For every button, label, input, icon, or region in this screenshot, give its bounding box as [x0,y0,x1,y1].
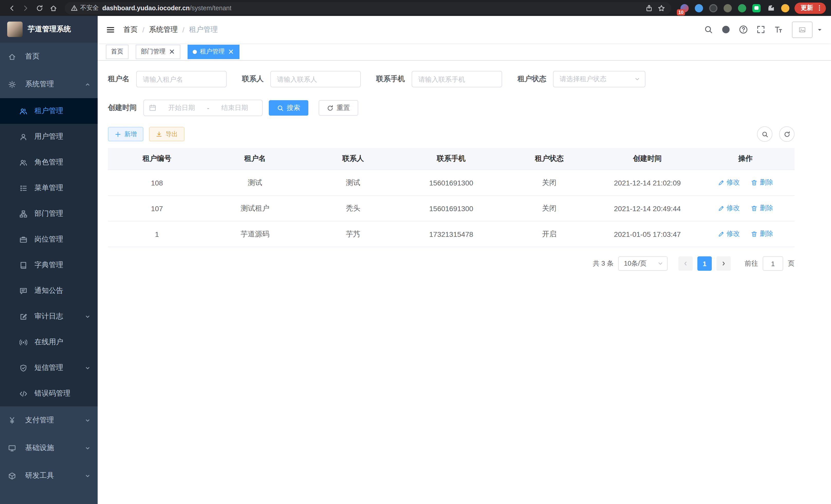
chevron-left-icon [683,261,689,267]
export-button[interactable]: 导出 [149,127,184,141]
prev-page-button[interactable] [678,256,693,271]
extension-icon[interactable] [709,4,717,12]
chevron-down-icon [85,314,90,319]
end-date-placeholder: 结束日期 [212,103,257,113]
close-icon[interactable] [228,48,234,55]
extension-icon[interactable] [724,4,732,12]
delete-button[interactable]: 删除 [751,229,773,239]
page-size-select[interactable]: 10条/页 [618,256,667,271]
chevron-down-icon [634,76,640,82]
users-icon [20,107,27,115]
sidebar-item-online-users[interactable]: 在线用户 [0,329,98,355]
help-icon[interactable] [737,23,750,36]
sidebar-item-home[interactable]: 首页 [0,42,98,70]
avatar[interactable] [792,21,812,38]
edit-button[interactable]: 修改 [718,204,740,213]
sidebar-collapse-icon[interactable] [106,25,115,34]
extension-icon[interactable]: 10 [681,4,689,12]
browser-forward-button[interactable] [19,2,32,14]
browser-home-button[interactable] [47,2,60,14]
extension-icon[interactable] [752,4,761,12]
edit-document-icon [20,313,27,320]
kebab-menu-icon[interactable] [816,5,823,11]
goto-page-input[interactable] [763,256,783,271]
user-icon [20,133,27,141]
font-size-icon[interactable] [771,23,785,36]
extension-icon[interactable] [738,4,746,12]
users-icon [20,158,27,166]
page-number-button[interactable]: 1 [697,256,712,271]
warning-icon [71,5,78,11]
sidebar-item-infrastructure[interactable]: 基础设施 [0,434,98,462]
tab-dept-management[interactable]: 部门管理 [136,45,180,59]
toggle-search-button[interactable] [757,126,772,142]
delete-button[interactable]: 删除 [751,178,773,187]
breadcrumb-item-home[interactable]: 首页 [123,25,138,34]
breadcrumb-item-system-management: 系统管理 [149,25,178,34]
status-text: 关闭 [500,196,598,221]
tab-home[interactable]: 首页 [106,45,128,59]
code-icon [20,390,27,397]
search-button[interactable]: 搜索 [269,100,308,116]
date-range-separator: - [207,104,209,112]
sidebar-item-user-management[interactable]: 用户管理 [0,124,98,149]
caret-down-icon[interactable] [816,26,823,33]
extensions-puzzle-icon[interactable] [767,4,775,12]
sidebar-item-tenant-management[interactable]: 租户管理 [0,98,98,124]
app-logo[interactable]: 芋道管理系统 [0,16,98,42]
tenant-name-label: 租户名 [108,75,130,84]
edit-button[interactable]: 修改 [718,229,740,239]
extension-icon[interactable] [781,4,790,12]
col-status: 租户状态 [500,148,598,170]
sidebar-item-audit-log[interactable]: 审计日志 [0,304,98,329]
reset-button[interactable]: 重置 [319,100,358,116]
sidebar-item-dept-management[interactable]: 部门管理 [0,201,98,227]
tab-tenant-management[interactable]: 租户管理 [188,45,239,59]
sidebar-item-system-management[interactable]: 系统管理 [0,70,98,98]
goto-unit: 页 [788,259,795,268]
next-page-button[interactable] [716,256,731,271]
tenant-name-input[interactable] [136,71,227,87]
download-icon [156,131,163,138]
gear-icon [8,80,16,88]
github-icon[interactable] [719,23,732,36]
sidebar-item-post-management[interactable]: 岗位管理 [0,227,98,252]
sidebar-item-dev-tools[interactable]: 研发工具 [0,462,98,490]
page-content: 租户名 联系人 联系手机 租户状态 [98,61,831,271]
home-icon [8,53,16,60]
signal-icon [20,338,27,346]
col-create-time: 创建时间 [598,148,696,170]
refresh-table-button[interactable] [779,126,795,142]
browser-update-button[interactable]: 更新 [795,2,826,13]
contact-input[interactable] [270,71,361,87]
sidebar-item-dict-management[interactable]: 字典管理 [0,252,98,278]
add-button[interactable]: 新增 [108,127,143,141]
sidebar-item-notice[interactable]: 通知公告 [0,278,98,304]
calendar-icon [149,104,156,112]
bookmark-star-icon[interactable] [658,4,665,11]
breadcrumb-separator: / [182,25,184,34]
sidebar-item-payment-management[interactable]: 支付管理 [0,406,98,434]
edit-button[interactable]: 修改 [718,178,740,187]
close-icon[interactable] [169,48,175,55]
monitor-icon [8,444,16,452]
address-bar[interactable]: 不安全 dashboard.yudao.iocoder.cn/system/te… [65,2,671,14]
header-search-icon[interactable] [701,23,715,36]
col-tenant-id: 租户编号 [108,148,206,170]
tenant-status-select[interactable]: 请选择租户状态 [553,71,646,87]
security-chip[interactable]: 不安全 [71,4,99,12]
tags-view-bar: 首页 部门管理 租户管理 [98,43,831,61]
extension-icon[interactable] [695,4,703,12]
sidebar-item-error-code-management[interactable]: 错误码管理 [0,381,98,406]
browser-back-button[interactable] [5,2,18,14]
pencil-icon [718,179,724,186]
delete-button[interactable]: 删除 [751,204,773,213]
sidebar-item-sms-management[interactable]: 短信管理 [0,355,98,381]
sidebar-item-role-management[interactable]: 角色管理 [0,149,98,175]
share-icon[interactable] [646,4,653,11]
mobile-input[interactable] [412,71,502,87]
sidebar-item-menu-management[interactable]: 菜单管理 [0,175,98,201]
fullscreen-icon[interactable] [754,23,767,36]
create-time-range-picker[interactable]: 开始日期 - 结束日期 [143,100,263,116]
browser-reload-button[interactable] [33,2,46,14]
